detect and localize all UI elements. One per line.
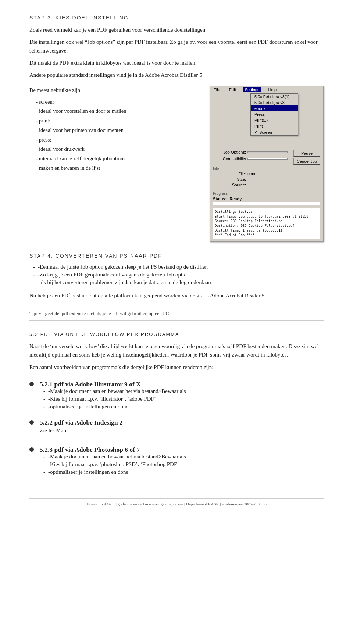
subsection-523: 5.2.3 pdf via Adobe Photoshop 6 of 7 - M… [29,446,324,477]
compat-row: Compatibility [213,157,288,161]
list-item: ideaal voor drukwerk [33,145,199,153]
log-line-3: Source: 089 Desktop Folder:test.ps [215,219,318,223]
distiller-window: File Edit Settings Help 5.0x Febelgra v3… [210,86,324,242]
log-line-4: Destination: 089 Desktop Folder:test.pdf [215,223,318,228]
status-label: Status: [213,197,227,201]
pause-button[interactable]: Pause [293,150,320,157]
file-row: File: none [213,172,288,176]
cancel-button[interactable]: Cancel Job [293,158,320,165]
source-row: Source: [213,183,288,187]
job-options-label: Job Options: [213,150,246,154]
dropdown-item-1[interactable]: 5.0x Febelgra v3(1) [251,94,298,100]
stap4-item-3: - als bij het converteren problemen zijn… [29,279,324,286]
compat-label: Compatibility [213,157,246,161]
section52-intro: Naast de ‘universele workflow’ die altij… [29,342,324,359]
distiller-menubar: File Edit Settings Help [210,86,323,93]
menu-file[interactable]: File [211,87,222,92]
list-dot-521: 5.2.1 pdf via Adobe Illustrator 9 of X -… [29,380,324,411]
sub523-item-3: - optimaliseer je instellingen en done. [40,469,186,475]
stap3-list: - screen: ideaal voor voorstellen en doo… [29,98,199,172]
list-item: - screen: [33,98,199,106]
distiller-buttons: Pause Cancel Job [293,150,320,188]
subsection-523-content: 5.2.3 pdf via Adobe Photoshop 6 of 7 - M… [40,446,186,477]
section52-intro2: Een aantal voorbeelden van programma’s d… [29,363,324,372]
list-item: - press: [33,136,199,144]
file-value: none [247,172,256,176]
stap4-section: Stap 4: Converteren van PS naar PDF - Ee… [29,253,324,300]
dropdown-item-screen[interactable]: ✓ Screen [251,129,298,135]
dropdown-item-print1[interactable]: Print(1) [251,117,298,123]
sub521-item-1: - Maak je document aan en bewaar het via… [40,388,186,394]
sub521-item-2: - Kies bij formaat i.p.v. ‘illustrator’,… [40,396,186,402]
stap3-para1: Zoals reed vermeld kan je een PDF gebrui… [29,26,324,34]
stap3-list-intro: De meest gebruikte zijn: [29,86,199,94]
job-options-row: Job Options: [213,150,288,154]
size-row: Size: [213,177,288,182]
distiller-log: Distilling: test.ps Start Time: voensdag… [213,208,320,239]
list-item: ideaal voor voorstellen en door te maile… [33,107,199,115]
subsection-521-content: 5.2.1 pdf via Adobe Illustrator 9 of X -… [40,380,186,411]
menu-edit[interactable]: Edit [227,87,238,92]
section52: 5.2 PDF via unieke workflow per programm… [29,332,324,477]
list-item: - print: [33,117,199,125]
tip-text: Tip: vergeet de .pdf extensie niet als j… [29,311,171,316]
tip-box: Tip: vergeet de .pdf extensie niet als j… [29,307,324,321]
progress-bar [213,202,320,205]
info-section: Info File: none Size: Source: [213,165,288,188]
dot-marker-523 [29,447,34,452]
distiller-main-area: Job Options: Compatibility Info [213,150,320,188]
list-item: ideaal voor het printen van documenten [33,126,199,135]
distiller-body: Job Options: Compatibility Info [210,148,323,242]
status-value: Ready [229,197,242,201]
log-line-1: Distilling: test.ps [215,210,318,214]
footer: Hogeschool Gent | grafische en reclame v… [29,498,324,506]
checkmark-icon: ✓ [254,130,258,135]
job-options-value [247,151,288,153]
log-line-5: Distill Time: 1 seconds (00:00:01) [215,228,318,233]
status-row: Status: Ready [213,197,320,201]
subsection-522: 5.2.2 pdf via Adobe Indesign 2 Zie les M… [29,419,324,439]
log-line-6: **** End of Job **** [215,233,318,237]
stap3-para4: Andere populaire standard instellingen v… [29,71,324,79]
list-item: maken en bewaren in de lijst [33,164,199,172]
list-dot-522: 5.2.2 pdf via Adobe Indesign 2 Zie les M… [29,419,324,439]
size-label: Size: [213,177,246,182]
file-label: File: [213,172,246,176]
stap4-title: Stap 4: Converteren van PS naar PDF [29,253,324,259]
list-dot-523: 5.2.3 pdf via Adobe Photoshop 6 of 7 - M… [29,446,324,477]
source-label: Source: [213,183,246,187]
sub523-title: 5.2.3 pdf via Adobe Photoshop 6 of 7 [40,446,186,454]
list-item: - uiteraard kan je zelf dergelijk jobopt… [33,155,199,163]
sub523-item-1: - Maak je document aan en bewaar het via… [40,454,186,460]
sub521-item-3: - optimaliseer je instellingen en done. [40,404,186,410]
dropdown-item-press[interactable]: Press [251,111,298,117]
subsection-521: 5.2.1 pdf via Adobe Illustrator 9 of X -… [29,380,324,411]
dropdown-item-print[interactable]: Print [251,123,298,129]
stap3-content-block: De meest gebruikte zijn: - screen: ideaa… [29,86,324,242]
dot-marker-522 [29,420,34,425]
stap4-para: Nu heb je een PDf bestand dat op alle pl… [29,291,324,300]
stap3-title: Stap 3: Kies doel instelling [29,15,324,21]
sub522-note: Zie les Marc [40,426,123,435]
dropdown-item-2[interactable]: 5.0x Febelgra v3 [251,100,298,105]
stap3-para2: Die instellingen ook wel “Job options” z… [29,38,324,55]
stap4-item-1: - Eenmaal de juiste Job option gekozen s… [29,264,324,270]
progress-label: Progress [213,192,320,196]
subsection-522-content: 5.2.2 pdf via Adobe Indesign 2 Zie les M… [40,419,123,439]
menu-settings[interactable]: Settings [243,87,262,92]
distiller-top-row: Job Options: Compatibility Info [213,150,320,188]
dot-marker-521 [29,382,34,386]
dropdown-item-ebook[interactable]: ebook [251,105,298,111]
section52-title: 5.2 PDF via unieke workflow per programm… [29,332,324,337]
log-line-2: Start Time: voensdag, 19 februari 2003 a… [215,214,318,219]
distiller-fields: Job Options: Compatibility Info [213,150,288,188]
page: Stap 3: Kies doel instelling Zoals reed … [0,0,353,514]
progress-section: Progress Status: Ready [213,190,320,205]
stap3-left-col: De meest gebruikte zijn: - screen: ideaa… [29,86,199,242]
compat-value [247,158,288,160]
footer-text: Hogeschool Gent | grafische en reclame v… [86,502,267,506]
stap3-para3: Dit maakt de PDF extra klein in kilobyte… [29,59,324,67]
stap4-item-2: - Zo krijg je een PDF geoptimaliseerd vo… [29,272,324,278]
sub523-item-2: - Kies bij formaat i.p.v. ‘photoshop PSD… [40,461,186,468]
menu-help[interactable]: Help [266,87,279,92]
